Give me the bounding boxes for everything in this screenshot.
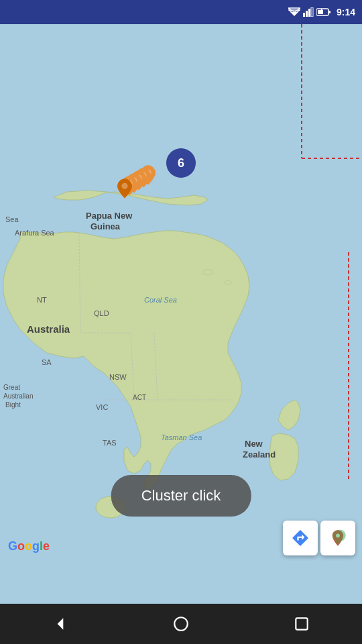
cluster-click-button[interactable]: Cluster click	[111, 475, 251, 517]
home-icon	[172, 615, 190, 633]
svg-rect-9	[318, 10, 323, 14]
svg-text:Bight: Bight	[5, 401, 21, 409]
svg-rect-6	[311, 7, 313, 17]
svg-text:Guinea: Guinea	[90, 221, 121, 231]
back-button[interactable]	[40, 604, 80, 644]
cluster-marker[interactable]: 6	[166, 148, 196, 178]
svg-text:Papua New: Papua New	[86, 211, 133, 221]
svg-rect-49	[296, 618, 307, 629]
svg-text:Arafura Sea: Arafura Sea	[15, 229, 55, 237]
svg-text:New: New	[245, 439, 263, 449]
svg-text:Great: Great	[3, 384, 20, 391]
svg-text:Sea: Sea	[5, 215, 19, 223]
recents-icon	[293, 615, 310, 633]
svg-text:Zealand: Zealand	[243, 449, 276, 460]
svg-point-15	[202, 270, 213, 275]
recents-button[interactable]	[282, 604, 322, 644]
time-display: 9:14	[337, 7, 355, 17]
svg-text:VIC: VIC	[96, 403, 108, 411]
google-maps-icon	[328, 529, 347, 547]
map-actions	[283, 521, 355, 555]
svg-rect-4	[306, 11, 308, 17]
svg-text:TAS: TAS	[103, 439, 117, 447]
svg-text:Australian: Australian	[3, 392, 33, 400]
svg-text:NSW: NSW	[109, 373, 127, 381]
wifi-icon	[288, 7, 300, 17]
svg-text:Australia: Australia	[27, 323, 70, 335]
svg-text:Coral Sea: Coral Sea	[144, 296, 177, 304]
back-icon	[52, 615, 69, 633]
nav-bar	[0, 604, 362, 644]
signal-icon	[303, 7, 314, 17]
svg-rect-3	[303, 13, 305, 17]
svg-text:SA: SA	[42, 358, 52, 366]
home-button[interactable]	[161, 604, 201, 644]
svg-point-48	[174, 617, 188, 631]
svg-text:Tasman Sea: Tasman Sea	[161, 433, 202, 441]
svg-rect-5	[308, 9, 310, 17]
battery-icon	[316, 7, 331, 17]
svg-marker-47	[58, 618, 64, 629]
svg-rect-8	[328, 11, 330, 13]
status-icons: 9:14	[288, 7, 355, 17]
map-pin-6	[117, 178, 132, 199]
directions-button[interactable]	[283, 521, 318, 555]
directions-icon	[291, 529, 310, 547]
google-maps-button[interactable]	[320, 521, 355, 555]
svg-point-46	[121, 183, 127, 189]
google-logo: G o o g l e	[8, 539, 50, 553]
svg-text:NT: NT	[37, 296, 47, 304]
status-bar: 9:14	[0, 0, 362, 24]
map-container[interactable]: Sea Arafura Sea Papua New Guinea Coral S…	[0, 24, 362, 604]
svg-text:QLD: QLD	[94, 309, 109, 317]
svg-text:ACT: ACT	[133, 394, 146, 401]
svg-point-16	[225, 280, 231, 284]
